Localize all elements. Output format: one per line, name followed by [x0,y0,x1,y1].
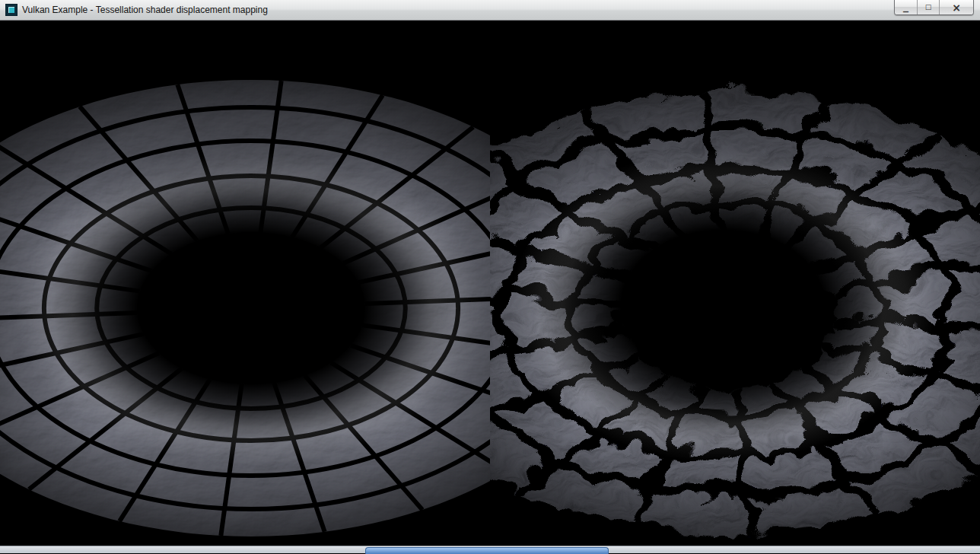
vulkan-icon [8,7,14,13]
window-icon[interactable] [5,4,18,16]
window-controls: ▁ □ × [894,0,974,15]
background-window-titlebar[interactable] [365,547,609,554]
app-window: Vulkan Example - Tessellation shader dis… [0,0,980,554]
maximize-icon: □ [925,4,932,11]
window-title: Vulkan Example - Tessellation shader dis… [22,5,268,15]
torus-displaced-render [490,21,980,546]
minimize-icon: ▁ [903,5,908,12]
maximize-button[interactable]: □ [917,0,939,14]
render-viewport[interactable] [0,21,980,546]
background-window-strip[interactable] [0,546,980,553]
minimize-button[interactable]: ▁ [895,0,917,14]
window-titlebar[interactable]: Vulkan Example - Tessellation shader dis… [0,0,980,21]
close-icon: × [952,2,961,13]
close-button[interactable]: × [939,0,973,14]
torus-flat-render [0,21,490,546]
